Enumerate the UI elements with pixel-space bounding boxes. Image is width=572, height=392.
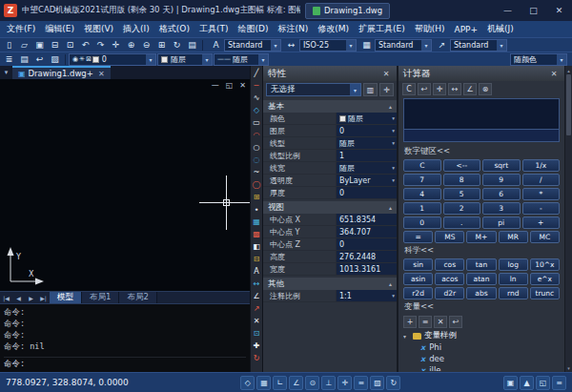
calc-button[interactable]: MR bbox=[499, 231, 528, 243]
numpad-section-label[interactable]: 数字键区<< bbox=[398, 144, 564, 159]
close-icon[interactable]: ✕ bbox=[548, 70, 560, 78]
variables-section-label[interactable]: 变量<< bbox=[398, 299, 564, 315]
scrollbar-thumb[interactable] bbox=[566, 74, 571, 135]
tree-root-item[interactable]: ▾ 变量样例 bbox=[403, 330, 560, 341]
property-row[interactable]: 厚度 0 bbox=[263, 187, 397, 199]
property-value[interactable]: 随层 ▾ bbox=[336, 113, 397, 124]
polygon-tool-icon[interactable]: ◇ bbox=[251, 104, 262, 116]
calc-button[interactable]: 2 bbox=[443, 202, 481, 215]
calc-button[interactable]: <-- bbox=[443, 159, 481, 172]
scrollbar-track[interactable] bbox=[565, 74, 572, 363]
property-value[interactable]: 1013.3161 bbox=[336, 263, 397, 275]
drawing-tab[interactable]: ▣ Drawing1.dwg+ ✕ bbox=[12, 66, 111, 79]
text-style-icon[interactable]: A bbox=[209, 39, 223, 52]
command-line-panel[interactable]: 命令:命令:命令:命令: nil 命令: bbox=[0, 303, 250, 372]
calc-button[interactable]: pi bbox=[482, 217, 521, 229]
property-row[interactable]: 线型 随层 ▾ bbox=[263, 137, 397, 150]
app-logo-icon[interactable]: Z bbox=[4, 4, 17, 17]
spline-tool-icon[interactable]: ~ bbox=[251, 166, 262, 178]
calc-button[interactable]: trunc bbox=[530, 287, 560, 299]
paste-to-commandline-icon[interactable]: ↩ bbox=[418, 83, 431, 95]
chevron-down-icon[interactable] bbox=[346, 40, 356, 51]
grid-toggle[interactable]: ▦ bbox=[256, 376, 271, 390]
match-properties-icon[interactable]: ▨ bbox=[48, 53, 62, 66]
section-header-view[interactable]: 视图 ▴ bbox=[263, 201, 397, 214]
calc-button[interactable]: 4 bbox=[403, 188, 441, 200]
linetype-combo[interactable]: —— 随层 bbox=[214, 53, 269, 66]
property-value[interactable]: 1 bbox=[336, 150, 397, 161]
gradient-tool-icon[interactable]: ▩ bbox=[251, 228, 262, 240]
calc-button[interactable]: . bbox=[443, 217, 481, 229]
chevron-down-icon[interactable] bbox=[421, 40, 431, 51]
insert-block-tool-icon[interactable]: ⊞ bbox=[251, 191, 262, 203]
dim-angular-tool-icon[interactable]: ∠ bbox=[251, 290, 262, 302]
property-value[interactable]: 276.2448 bbox=[336, 251, 397, 262]
chevron-down-icon[interactable] bbox=[350, 84, 360, 95]
table-style-icon[interactable]: ▦ bbox=[359, 39, 374, 52]
layer-states-icon[interactable]: ▤ bbox=[17, 53, 31, 66]
mleader-style-combo[interactable]: Standard bbox=[450, 39, 507, 52]
property-row[interactable]: 中心点 Y 364.707 bbox=[263, 226, 397, 238]
annotation-scale-icon[interactable]: ▲ bbox=[520, 376, 534, 390]
calc-button[interactable]: + bbox=[522, 217, 561, 229]
text-style-combo[interactable]: Standard bbox=[224, 39, 281, 52]
property-value[interactable]: 0 ▾ bbox=[336, 125, 397, 136]
selection-combo[interactable]: 无选择 bbox=[266, 83, 361, 96]
property-row[interactable]: 中心点 Z 0 bbox=[263, 238, 397, 251]
quick-select-icon[interactable]: ▥ bbox=[363, 83, 378, 96]
calc-button[interactable]: 5 bbox=[443, 188, 481, 200]
region-tool-icon[interactable]: ◧ bbox=[251, 240, 262, 253]
calc-button[interactable]: sin bbox=[403, 258, 433, 271]
doc-close-button[interactable]: ✕ bbox=[239, 81, 246, 90]
calc-button[interactable]: 9 bbox=[482, 174, 521, 186]
leader-tool-icon[interactable]: ↗ bbox=[251, 302, 262, 315]
calc-button[interactable]: 7 bbox=[403, 174, 441, 186]
section-header-basic[interactable]: 基本 ▴ bbox=[263, 100, 397, 113]
redo-icon[interactable]: ↷ bbox=[93, 39, 108, 52]
dim-style-icon[interactable]: ↔ bbox=[284, 39, 298, 52]
menu-item[interactable]: 标注(N) bbox=[273, 23, 313, 35]
point-tool-icon[interactable]: ∙ bbox=[251, 203, 262, 216]
chevron-down-icon[interactable] bbox=[202, 54, 212, 65]
calc-button[interactable]: e^x bbox=[530, 273, 560, 285]
move-tool-icon[interactable]: ✚ bbox=[251, 340, 262, 352]
property-value[interactable]: 随层 ▾ bbox=[336, 162, 397, 174]
hatch-tool-icon[interactable]: ▦ bbox=[251, 216, 262, 228]
section-header-other[interactable]: 其他 ▴ bbox=[263, 278, 397, 290]
chevron-down-icon[interactable] bbox=[557, 54, 566, 65]
document-tab[interactable]: Drawing1.dwg bbox=[305, 3, 390, 19]
arc-tool-icon[interactable]: ◠ bbox=[251, 129, 262, 141]
calc-button[interactable]: cos bbox=[435, 258, 464, 271]
property-row[interactable]: 颜色 随层 ▾ bbox=[263, 113, 397, 125]
polar-toggle[interactable]: ∠ bbox=[289, 376, 303, 390]
chevron-down-icon[interactable] bbox=[497, 40, 506, 51]
calc-button[interactable]: = bbox=[403, 231, 433, 243]
line-tool-icon[interactable]: ╱ bbox=[251, 67, 262, 79]
scrollbar[interactable] bbox=[564, 66, 572, 372]
layout-tab[interactable]: 布局1 bbox=[82, 292, 119, 303]
calc-button[interactable]: ln bbox=[499, 273, 528, 285]
close-button[interactable]: ✕ bbox=[546, 0, 572, 21]
angle-icon[interactable]: ∠ bbox=[463, 83, 477, 95]
calc-button[interactable]: asin bbox=[403, 273, 433, 285]
pan-icon[interactable]: ✛ bbox=[109, 39, 123, 52]
calc-button[interactable]: acos bbox=[435, 273, 464, 285]
menu-item[interactable]: 绘图(D) bbox=[233, 23, 273, 35]
revcloud-tool-icon[interactable]: ◌ bbox=[251, 154, 262, 166]
distance-icon[interactable]: ↔ bbox=[448, 83, 461, 95]
property-row[interactable]: 线型比例 1 bbox=[263, 150, 397, 162]
last-layout-button[interactable]: ▶| bbox=[37, 292, 50, 303]
regen-icon[interactable]: ↻ bbox=[170, 39, 184, 52]
calc-button[interactable]: / bbox=[522, 174, 561, 186]
open-icon[interactable]: ▱ bbox=[17, 39, 31, 52]
return-variable-icon[interactable]: ↩ bbox=[449, 316, 462, 328]
layer-combo[interactable]: ◉✳⊠ 0 bbox=[69, 53, 156, 66]
property-value[interactable]: 0 bbox=[336, 238, 397, 250]
chevron-down-icon[interactable] bbox=[146, 54, 155, 65]
drawing-canvas[interactable]: — ◱ ✕ Y X bbox=[0, 79, 250, 291]
property-row[interactable]: 线宽 随层 ▾ bbox=[263, 162, 397, 175]
color-combo[interactable]: 随层 bbox=[157, 53, 213, 66]
text-tool-icon[interactable]: A bbox=[251, 265, 262, 278]
clean-screen-icon[interactable]: ◱ bbox=[536, 376, 550, 390]
zoom-in-icon[interactable]: ⊕ bbox=[124, 39, 138, 52]
